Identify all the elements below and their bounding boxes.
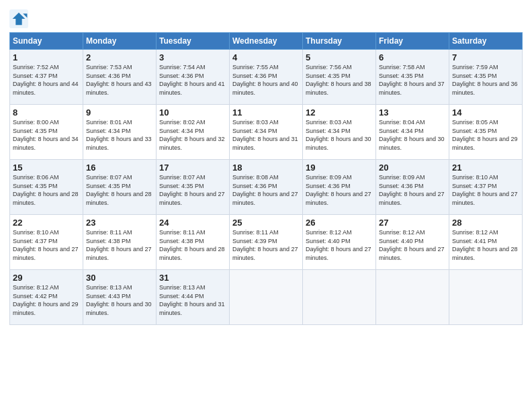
calendar-cell bbox=[303, 270, 376, 325]
day-content: Sunrise: 7:58 AM Sunset: 4:35 PM Dayligh… bbox=[379, 63, 446, 97]
calendar-cell: 14 Sunrise: 8:05 AM Sunset: 4:35 PM Dayl… bbox=[449, 105, 523, 160]
calendar-cell: 18 Sunrise: 8:08 AM Sunset: 4:36 PM Dayl… bbox=[230, 160, 303, 215]
calendar-cell bbox=[449, 270, 523, 325]
calendar-cell: 1 Sunrise: 7:52 AM Sunset: 4:37 PM Dayli… bbox=[10, 50, 83, 105]
day-content: Sunrise: 8:07 AM Sunset: 4:35 PM Dayligh… bbox=[86, 173, 153, 207]
day-number: 18 bbox=[232, 163, 300, 173]
day-content: Sunrise: 7:55 AM Sunset: 4:36 PM Dayligh… bbox=[232, 63, 300, 97]
day-number: 22 bbox=[13, 218, 80, 228]
calendar-cell: 26 Sunrise: 8:12 AM Sunset: 4:40 PM Dayl… bbox=[303, 215, 376, 270]
calendar-cell: 15 Sunrise: 8:06 AM Sunset: 4:35 PM Dayl… bbox=[10, 160, 83, 215]
calendar-cell: 22 Sunrise: 8:10 AM Sunset: 4:37 PM Dayl… bbox=[10, 215, 83, 270]
col-header-sunday: Sunday bbox=[10, 33, 83, 50]
calendar-cell: 17 Sunrise: 8:07 AM Sunset: 4:35 PM Dayl… bbox=[157, 160, 230, 215]
day-number: 7 bbox=[452, 52, 519, 62]
day-number: 28 bbox=[452, 218, 519, 228]
calendar-table: SundayMondayTuesdayWednesdayThursdayFrid… bbox=[9, 32, 523, 325]
day-content: Sunrise: 7:56 AM Sunset: 4:35 PM Dayligh… bbox=[306, 63, 373, 97]
day-number: 12 bbox=[306, 107, 373, 118]
day-content: Sunrise: 8:03 AM Sunset: 4:34 PM Dayligh… bbox=[232, 118, 300, 152]
day-content: Sunrise: 8:06 AM Sunset: 4:35 PM Dayligh… bbox=[13, 173, 80, 207]
day-number: 29 bbox=[13, 273, 80, 283]
calendar-cell: 30 Sunrise: 8:13 AM Sunset: 4:43 PM Dayl… bbox=[83, 270, 157, 325]
calendar-cell: 8 Sunrise: 8:00 AM Sunset: 4:35 PM Dayli… bbox=[10, 105, 83, 160]
calendar-cell: 19 Sunrise: 8:09 AM Sunset: 4:36 PM Dayl… bbox=[303, 160, 376, 215]
day-number: 27 bbox=[379, 218, 446, 228]
calendar-cell: 21 Sunrise: 8:10 AM Sunset: 4:37 PM Dayl… bbox=[449, 160, 523, 215]
calendar-cell: 2 Sunrise: 7:53 AM Sunset: 4:36 PM Dayli… bbox=[83, 50, 157, 105]
col-header-monday: Monday bbox=[83, 33, 157, 50]
day-content: Sunrise: 8:09 AM Sunset: 4:36 PM Dayligh… bbox=[306, 173, 373, 207]
calendar-cell: 28 Sunrise: 8:12 AM Sunset: 4:41 PM Dayl… bbox=[449, 215, 523, 270]
page-container: SundayMondayTuesdayWednesdayThursdayFrid… bbox=[0, 0, 532, 330]
calendar-cell bbox=[230, 270, 303, 325]
calendar-cell: 27 Sunrise: 8:12 AM Sunset: 4:40 PM Dayl… bbox=[376, 215, 449, 270]
day-content: Sunrise: 8:13 AM Sunset: 4:44 PM Dayligh… bbox=[159, 283, 226, 317]
day-content: Sunrise: 8:10 AM Sunset: 4:37 PM Dayligh… bbox=[452, 173, 519, 207]
day-number: 17 bbox=[159, 163, 226, 173]
calendar-week-3: 15 Sunrise: 8:06 AM Sunset: 4:35 PM Dayl… bbox=[10, 160, 523, 215]
calendar-cell: 16 Sunrise: 8:07 AM Sunset: 4:35 PM Dayl… bbox=[83, 160, 157, 215]
day-content: Sunrise: 8:11 AM Sunset: 4:39 PM Dayligh… bbox=[232, 228, 300, 262]
calendar-cell: 9 Sunrise: 8:01 AM Sunset: 4:34 PM Dayli… bbox=[83, 105, 157, 160]
day-number: 15 bbox=[13, 163, 80, 173]
calendar-cell: 25 Sunrise: 8:11 AM Sunset: 4:39 PM Dayl… bbox=[230, 215, 303, 270]
day-content: Sunrise: 8:05 AM Sunset: 4:35 PM Dayligh… bbox=[452, 118, 519, 152]
day-content: Sunrise: 8:13 AM Sunset: 4:43 PM Dayligh… bbox=[86, 283, 153, 317]
day-number: 26 bbox=[306, 218, 373, 228]
calendar-cell: 20 Sunrise: 8:09 AM Sunset: 4:36 PM Dayl… bbox=[376, 160, 449, 215]
day-content: Sunrise: 8:00 AM Sunset: 4:35 PM Dayligh… bbox=[13, 118, 80, 152]
calendar-week-4: 22 Sunrise: 8:10 AM Sunset: 4:37 PM Dayl… bbox=[10, 215, 523, 270]
calendar-cell: 7 Sunrise: 7:59 AM Sunset: 4:35 PM Dayli… bbox=[449, 50, 523, 105]
day-content: Sunrise: 8:09 AM Sunset: 4:36 PM Dayligh… bbox=[379, 173, 446, 207]
day-number: 31 bbox=[159, 273, 226, 283]
day-content: Sunrise: 7:54 AM Sunset: 4:36 PM Dayligh… bbox=[159, 63, 226, 97]
calendar-cell: 29 Sunrise: 8:12 AM Sunset: 4:42 PM Dayl… bbox=[10, 270, 83, 325]
day-content: Sunrise: 8:08 AM Sunset: 4:36 PM Dayligh… bbox=[232, 173, 300, 207]
day-content: Sunrise: 8:12 AM Sunset: 4:41 PM Dayligh… bbox=[452, 228, 519, 262]
col-header-thursday: Thursday bbox=[303, 33, 376, 50]
calendar-cell: 4 Sunrise: 7:55 AM Sunset: 4:36 PM Dayli… bbox=[230, 50, 303, 105]
day-content: Sunrise: 8:12 AM Sunset: 4:40 PM Dayligh… bbox=[306, 228, 373, 262]
day-number: 4 bbox=[232, 52, 300, 62]
calendar-cell bbox=[376, 270, 449, 325]
logo-icon bbox=[9, 9, 28, 28]
day-number: 16 bbox=[86, 163, 153, 173]
header-row bbox=[9, 7, 523, 28]
day-number: 8 bbox=[13, 107, 80, 118]
day-content: Sunrise: 8:04 AM Sunset: 4:34 PM Dayligh… bbox=[379, 118, 446, 152]
day-content: Sunrise: 8:12 AM Sunset: 4:42 PM Dayligh… bbox=[13, 283, 80, 317]
col-header-tuesday: Tuesday bbox=[157, 33, 230, 50]
calendar-cell: 10 Sunrise: 8:02 AM Sunset: 4:34 PM Dayl… bbox=[157, 105, 230, 160]
calendar-cell: 11 Sunrise: 8:03 AM Sunset: 4:34 PM Dayl… bbox=[230, 105, 303, 160]
day-content: Sunrise: 7:59 AM Sunset: 4:35 PM Dayligh… bbox=[452, 63, 519, 97]
header-row-days: SundayMondayTuesdayWednesdayThursdayFrid… bbox=[10, 33, 523, 50]
col-header-wednesday: Wednesday bbox=[230, 33, 303, 50]
day-content: Sunrise: 8:03 AM Sunset: 4:34 PM Dayligh… bbox=[306, 118, 373, 152]
day-number: 19 bbox=[306, 163, 373, 173]
calendar-cell: 13 Sunrise: 8:04 AM Sunset: 4:34 PM Dayl… bbox=[376, 105, 449, 160]
logo bbox=[9, 9, 31, 28]
day-number: 5 bbox=[306, 52, 373, 62]
day-number: 24 bbox=[159, 218, 226, 228]
calendar-cell: 3 Sunrise: 7:54 AM Sunset: 4:36 PM Dayli… bbox=[157, 50, 230, 105]
day-content: Sunrise: 8:11 AM Sunset: 4:38 PM Dayligh… bbox=[159, 228, 226, 262]
day-content: Sunrise: 8:11 AM Sunset: 4:38 PM Dayligh… bbox=[86, 228, 153, 262]
day-number: 20 bbox=[379, 163, 446, 173]
day-number: 14 bbox=[452, 107, 519, 118]
day-content: Sunrise: 8:07 AM Sunset: 4:35 PM Dayligh… bbox=[159, 173, 226, 207]
day-content: Sunrise: 7:53 AM Sunset: 4:36 PM Dayligh… bbox=[86, 63, 153, 97]
day-number: 2 bbox=[86, 52, 153, 62]
day-number: 6 bbox=[379, 52, 446, 62]
calendar-cell: 12 Sunrise: 8:03 AM Sunset: 4:34 PM Dayl… bbox=[303, 105, 376, 160]
day-number: 3 bbox=[159, 52, 226, 62]
calendar-week-1: 1 Sunrise: 7:52 AM Sunset: 4:37 PM Dayli… bbox=[10, 50, 523, 105]
col-header-saturday: Saturday bbox=[449, 33, 523, 50]
day-content: Sunrise: 8:12 AM Sunset: 4:40 PM Dayligh… bbox=[379, 228, 446, 262]
day-content: Sunrise: 8:01 AM Sunset: 4:34 PM Dayligh… bbox=[86, 118, 153, 152]
day-number: 10 bbox=[159, 107, 226, 118]
calendar-week-2: 8 Sunrise: 8:00 AM Sunset: 4:35 PM Dayli… bbox=[10, 105, 523, 160]
day-number: 25 bbox=[232, 218, 300, 228]
day-number: 11 bbox=[232, 107, 300, 118]
day-number: 23 bbox=[86, 218, 153, 228]
